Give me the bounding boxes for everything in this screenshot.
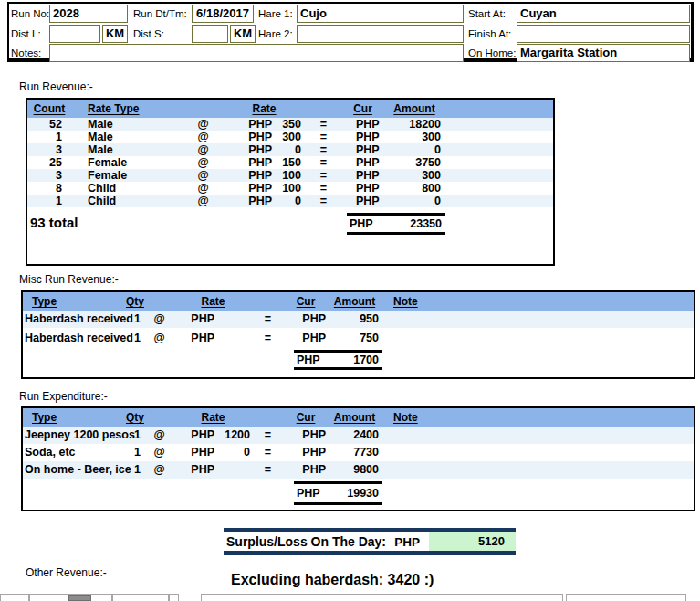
cell-rate[interactable]: 0: [216, 444, 253, 461]
cell-cur[interactable]: PHP: [342, 182, 383, 195]
run-revenue-header-row: Count Rate Type Rate Cur Amount: [27, 100, 553, 118]
cell-amount[interactable]: 7730: [329, 444, 381, 461]
run-dt-field[interactable]: 6/18/2017: [192, 5, 254, 23]
cell-rate-cur[interactable]: PHP: [224, 169, 274, 182]
cell-cur[interactable]: PHP: [283, 311, 329, 328]
on-home-field[interactable]: Margarita Station: [517, 44, 690, 62]
cell-type[interactable]: Haberdash received: [23, 311, 125, 328]
cell-count[interactable]: 1: [27, 131, 71, 143]
cell-count[interactable]: 3: [27, 169, 71, 182]
total-amount[interactable]: 23350: [410, 217, 442, 230]
other-revenue-section-label: Other Revenue:-: [26, 566, 107, 579]
cell-rate-type[interactable]: Child: [71, 182, 183, 195]
cell-cur[interactable]: PHP: [283, 444, 329, 461]
grid-cell[interactable]: [201, 594, 563, 601]
cell-rate-type[interactable]: Male: [71, 143, 183, 156]
cell-cur[interactable]: PHP: [283, 427, 329, 444]
cell-rate-cur[interactable]: PHP: [224, 131, 274, 143]
cell-rate-cur[interactable]: PHP: [173, 427, 216, 444]
on-home-label: On Home:: [468, 44, 516, 62]
cell-rate-type[interactable]: Child: [71, 195, 183, 207]
cell-rate-cur[interactable]: PHP: [224, 118, 274, 131]
col-header-cur: Cur: [283, 408, 329, 427]
cell-amount[interactable]: 300: [383, 169, 445, 182]
cell-rate[interactable]: 300: [274, 131, 305, 143]
cell-amount[interactable]: 950: [329, 311, 381, 328]
cell-rate-cur[interactable]: PHP: [224, 156, 274, 169]
notes-field[interactable]: [49, 44, 464, 62]
cell-type[interactable]: Haberdash received: [23, 328, 125, 348]
cell-amount[interactable]: 750: [329, 328, 381, 348]
cell-rate[interactable]: 0: [274, 195, 305, 207]
grid-cell[interactable]: [0, 594, 29, 601]
cell-count[interactable]: 52: [27, 118, 71, 131]
cell-type[interactable]: Jeepney 1200 pesos: [23, 427, 125, 444]
cell-rate-type[interactable]: Female: [71, 156, 183, 169]
cell-rate-cur[interactable]: PHP: [173, 328, 216, 348]
grid-cell[interactable]: [112, 594, 169, 601]
grid-cell-filled[interactable]: [68, 595, 91, 601]
cell-rate[interactable]: 100: [274, 169, 305, 182]
cell-qty[interactable]: 1: [125, 311, 145, 328]
cell-amount[interactable]: 300: [383, 131, 445, 143]
run-revenue-total-row: 93 total PHP 23350: [27, 207, 553, 238]
cell-rate-cur[interactable]: PHP: [224, 143, 274, 156]
cell-cur[interactable]: PHP: [342, 118, 383, 131]
cell-rate-cur[interactable]: PHP: [173, 461, 216, 479]
cell-amount[interactable]: 0: [383, 195, 445, 207]
cell-count[interactable]: 25: [27, 156, 71, 169]
cell-cur[interactable]: PHP: [342, 131, 383, 143]
cell-amount[interactable]: 800: [383, 182, 445, 195]
table-row: 3 Male @ PHP 0 = PHP 0: [27, 143, 553, 156]
cell-qty[interactable]: 1: [125, 461, 145, 479]
grid-cell[interactable]: [169, 594, 179, 601]
cell-rate-cur[interactable]: PHP: [224, 195, 274, 207]
cell-rate[interactable]: 100: [274, 182, 305, 195]
col-header-rate: Rate: [224, 100, 305, 118]
cell-qty[interactable]: 1: [125, 328, 145, 348]
cell-rate[interactable]: 350: [274, 118, 305, 131]
cell-cur[interactable]: PHP: [342, 156, 383, 169]
cell-cur[interactable]: PHP: [342, 195, 383, 207]
run-no-field[interactable]: 2028: [49, 5, 128, 23]
cell-rate-cur[interactable]: PHP: [224, 182, 274, 195]
cell-type[interactable]: On home - Beer, ice: [23, 461, 125, 479]
cell-count[interactable]: 8: [27, 182, 71, 195]
cell-cur[interactable]: PHP: [342, 169, 383, 182]
total-amount[interactable]: 1700: [353, 353, 379, 366]
cell-cur[interactable]: PHP: [283, 328, 329, 348]
cell-amount[interactable]: 2400: [329, 427, 381, 444]
dist-l-field[interactable]: [49, 25, 100, 43]
cell-rate-cur[interactable]: PHP: [173, 311, 216, 328]
run-revenue-grand-total: PHP 23350: [347, 213, 445, 235]
cell-rate-cur[interactable]: PHP: [173, 444, 216, 461]
cell-amount[interactable]: 9800: [329, 461, 381, 479]
cell-cur[interactable]: PHP: [283, 461, 329, 479]
cell-rate-type[interactable]: Female: [71, 169, 183, 182]
start-at-field[interactable]: Cuyan: [517, 5, 690, 23]
finish-at-field[interactable]: [517, 25, 690, 43]
cell-cur[interactable]: PHP: [342, 143, 383, 156]
surplus-amount[interactable]: 5120: [429, 532, 516, 551]
expenditure-total-row: PHP 19930: [23, 479, 694, 510]
cell-rate[interactable]: 1200: [216, 427, 253, 444]
cell-rate-type[interactable]: Male: [71, 118, 183, 131]
cell-rate[interactable]: 0: [274, 143, 305, 156]
cell-count[interactable]: 3: [27, 143, 71, 156]
cell-type[interactable]: Soda, etc: [23, 444, 125, 461]
dist-s-field[interactable]: [192, 25, 228, 43]
cell-qty[interactable]: 1: [125, 444, 145, 461]
hare1-field[interactable]: Cujo: [297, 5, 464, 23]
cell-rate[interactable]: 150: [274, 156, 305, 169]
at-symbol: @: [145, 328, 173, 348]
cell-rate-type[interactable]: Male: [71, 131, 183, 143]
cell-count[interactable]: 1: [27, 195, 71, 207]
cell-amount[interactable]: 0: [383, 143, 445, 156]
col-header-qty: Qty: [125, 408, 145, 427]
cell-amount[interactable]: 18200: [383, 118, 445, 131]
cell-amount[interactable]: 3750: [383, 156, 445, 169]
hare2-field[interactable]: [297, 25, 464, 43]
grid-cell[interactable]: [566, 594, 686, 601]
total-amount[interactable]: 19930: [347, 487, 379, 500]
cell-qty[interactable]: 1: [125, 427, 145, 444]
